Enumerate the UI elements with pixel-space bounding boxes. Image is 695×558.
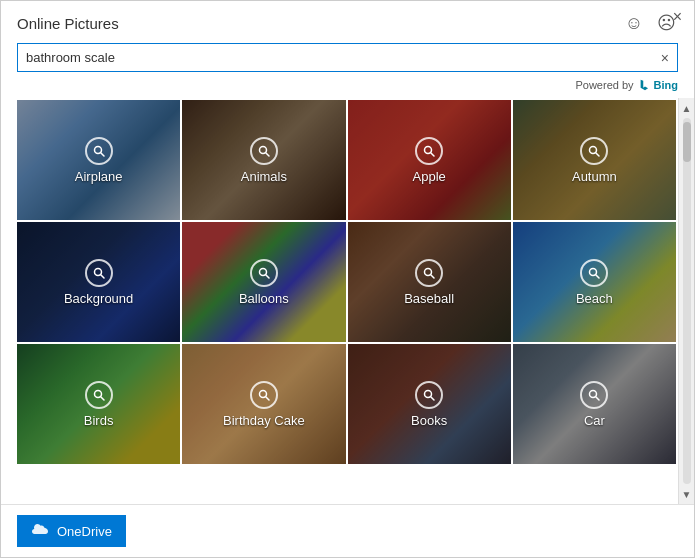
search-circle-birthday-cake bbox=[250, 381, 278, 409]
onedrive-button[interactable]: OneDrive bbox=[17, 515, 126, 547]
scroll-up-button[interactable]: ▲ bbox=[679, 100, 695, 116]
grid-item-label-apple: Apple bbox=[413, 169, 446, 184]
grid-item-overlay-baseball: Baseball bbox=[348, 222, 511, 342]
svg-line-19 bbox=[265, 396, 269, 400]
grid-item-label-animals: Animals bbox=[241, 169, 287, 184]
scroll-down-button[interactable]: ▼ bbox=[679, 486, 695, 502]
svg-line-23 bbox=[596, 396, 600, 400]
grid-item-airplane[interactable]: Airplane bbox=[17, 100, 180, 220]
svg-line-21 bbox=[431, 396, 435, 400]
grid-item-autumn[interactable]: Autumn bbox=[513, 100, 676, 220]
scrollbar-thumb[interactable] bbox=[683, 122, 691, 162]
grid-item-apple[interactable]: Apple bbox=[348, 100, 511, 220]
emoji-smile-button[interactable]: ☺ bbox=[622, 11, 646, 35]
svg-line-1 bbox=[100, 152, 104, 156]
search-circle-car bbox=[580, 381, 608, 409]
image-grid: AirplaneAnimalsAppleAutumnBackgroundBall… bbox=[1, 98, 678, 466]
grid-item-balloons[interactable]: Balloons bbox=[182, 222, 345, 342]
close-button[interactable]: × bbox=[673, 9, 682, 25]
grid-item-label-books: Books bbox=[411, 413, 447, 428]
search-circle-baseball bbox=[415, 259, 443, 287]
scrollbar: ▲ ▼ bbox=[678, 98, 694, 504]
grid-item-beach[interactable]: Beach bbox=[513, 222, 676, 342]
grid-item-birds[interactable]: Birds bbox=[17, 344, 180, 464]
search-circle-animals bbox=[250, 137, 278, 165]
svg-line-3 bbox=[265, 152, 269, 156]
powered-by-bar: Powered by Bing bbox=[1, 76, 694, 98]
bing-icon bbox=[638, 78, 652, 92]
grid-item-label-birds: Birds bbox=[84, 413, 114, 428]
search-circle-autumn bbox=[580, 137, 608, 165]
grid-item-overlay-animals: Animals bbox=[182, 100, 345, 220]
scrollbar-track[interactable] bbox=[683, 118, 691, 484]
svg-line-9 bbox=[100, 274, 104, 278]
bottom-bar: OneDrive bbox=[1, 504, 694, 557]
grid-item-label-car: Car bbox=[584, 413, 605, 428]
image-grid-area: AirplaneAnimalsAppleAutumnBackgroundBall… bbox=[1, 98, 694, 504]
grid-item-label-balloons: Balloons bbox=[239, 291, 289, 306]
search-circle-beach bbox=[580, 259, 608, 287]
clear-icon: × bbox=[661, 50, 669, 66]
grid-item-overlay-airplane: Airplane bbox=[17, 100, 180, 220]
grid-scroll-container[interactable]: AirplaneAnimalsAppleAutumnBackgroundBall… bbox=[1, 98, 678, 504]
grid-item-overlay-apple: Apple bbox=[348, 100, 511, 220]
search-bar: × bbox=[17, 43, 678, 72]
online-pictures-dialog: Online Pictures ☺ ☹ × × Powered by Bing bbox=[0, 0, 695, 558]
search-circle-books bbox=[415, 381, 443, 409]
search-circle-birds bbox=[85, 381, 113, 409]
svg-line-17 bbox=[100, 396, 104, 400]
grid-item-label-background: Background bbox=[64, 291, 133, 306]
svg-line-15 bbox=[596, 274, 600, 278]
bing-label: Bing bbox=[654, 79, 678, 91]
grid-item-animals[interactable]: Animals bbox=[182, 100, 345, 220]
search-circle-apple bbox=[415, 137, 443, 165]
grid-item-baseball[interactable]: Baseball bbox=[348, 222, 511, 342]
grid-item-overlay-balloons: Balloons bbox=[182, 222, 345, 342]
grid-item-overlay-background: Background bbox=[17, 222, 180, 342]
emoji-smile-icon: ☺ bbox=[625, 13, 643, 34]
search-circle-background bbox=[85, 259, 113, 287]
svg-line-13 bbox=[431, 274, 435, 278]
title-bar: Online Pictures ☺ ☹ × bbox=[1, 1, 694, 43]
grid-item-overlay-beach: Beach bbox=[513, 222, 676, 342]
search-circle-balloons bbox=[250, 259, 278, 287]
grid-item-overlay-birds: Birds bbox=[17, 344, 180, 464]
grid-item-overlay-autumn: Autumn bbox=[513, 100, 676, 220]
search-circle-airplane bbox=[85, 137, 113, 165]
grid-item-birthday-cake[interactable]: Birthday Cake bbox=[182, 344, 345, 464]
grid-item-label-baseball: Baseball bbox=[404, 291, 454, 306]
bing-logo: Bing bbox=[638, 78, 678, 92]
grid-item-label-autumn: Autumn bbox=[572, 169, 617, 184]
grid-item-overlay-birthday-cake: Birthday Cake bbox=[182, 344, 345, 464]
grid-item-label-birthday-cake: Birthday Cake bbox=[223, 413, 305, 428]
dialog-title: Online Pictures bbox=[17, 15, 119, 32]
onedrive-label: OneDrive bbox=[57, 524, 112, 539]
onedrive-icon bbox=[31, 522, 49, 540]
search-input[interactable] bbox=[18, 44, 653, 71]
grid-item-car[interactable]: Car bbox=[513, 344, 676, 464]
search-clear-button[interactable]: × bbox=[653, 50, 677, 66]
svg-line-11 bbox=[265, 274, 269, 278]
title-icon-group: ☺ ☹ bbox=[622, 11, 678, 35]
svg-line-5 bbox=[431, 152, 435, 156]
grid-item-label-beach: Beach bbox=[576, 291, 613, 306]
svg-line-7 bbox=[596, 152, 600, 156]
grid-item-overlay-books: Books bbox=[348, 344, 511, 464]
grid-item-background[interactable]: Background bbox=[17, 222, 180, 342]
powered-by-label: Powered by bbox=[575, 79, 633, 91]
grid-item-books[interactable]: Books bbox=[348, 344, 511, 464]
grid-item-label-airplane: Airplane bbox=[75, 169, 123, 184]
grid-item-overlay-car: Car bbox=[513, 344, 676, 464]
